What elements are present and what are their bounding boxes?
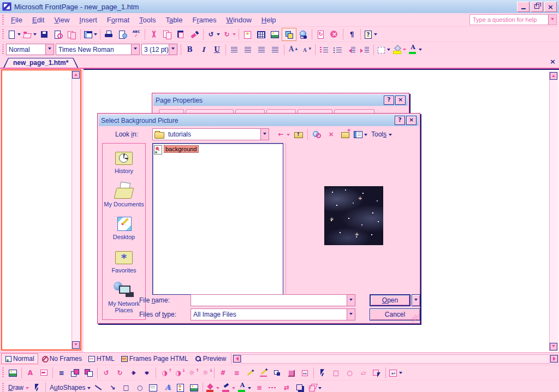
circular-hotspot-button[interactable]: ○ [343,367,356,379]
dialog-title-bar[interactable]: Select Background Picture ? × [99,115,419,126]
web-component-button[interactable] [241,28,254,40]
decrease-font-size-button[interactable] [300,44,313,56]
autoshapes-menu-dropdown[interactable] [87,387,91,391]
copy-button[interactable] [160,28,174,40]
menu-tools[interactable]: Tools [134,14,160,26]
arrow-style-button[interactable]: ⇄ [280,382,293,392]
more-contrast-button[interactable]: ◑↑ [158,367,171,379]
hyperlink-button[interactable] [296,28,310,40]
position-absolutely-button[interactable]: ≡ [55,367,68,379]
up-one-level-button[interactable] [292,129,305,140]
restore-button[interactable] [388,367,403,379]
font-size-dropdown[interactable] [169,44,177,55]
3d-style-dropdown[interactable] [318,387,322,391]
search-button[interactable] [51,28,65,40]
dialog-help-button[interactable]: ? [395,116,405,125]
increase-indent-button[interactable] [358,44,372,56]
draw-menu-dropdown[interactable] [26,387,29,391]
format-painter-button[interactable] [188,28,201,40]
menu-edit[interactable]: Edit [27,14,49,26]
drawing-button[interactable] [282,28,296,41]
dash-style-button[interactable] [266,382,280,392]
dialog-close-button[interactable]: × [395,96,406,105]
view-tab-preview[interactable]: Preview [192,354,230,364]
align-right-button[interactable] [255,44,269,56]
scroll-up-button[interactable] [550,72,557,80]
page-tab[interactable]: new_page_1.htm* [3,58,78,68]
views-button[interactable] [353,129,368,140]
place-history[interactable]: History [112,149,135,175]
italic-button[interactable]: I [197,44,210,56]
redo-dropdown[interactable] [233,33,236,37]
auto-thumbnail-button[interactable] [37,367,51,379]
restore-button[interactable] [531,2,543,12]
format-picture-button[interactable] [243,367,257,379]
select-button[interactable] [316,367,329,379]
style-combobox[interactable]: Normal [6,44,54,55]
menu-view[interactable]: View [49,14,74,26]
align-left-button[interactable] [228,44,241,56]
tools-menu-dropdown[interactable] [389,134,392,138]
open-dropdown-button[interactable] [412,294,420,306]
menu-window[interactable]: Window [222,14,257,26]
rotate-right-button[interactable]: ↻ [113,367,127,379]
more-brightness-button[interactable]: ☼↑ [185,367,199,379]
file-list[interactable]: background [152,143,283,295]
insert-table-button[interactable] [254,28,268,40]
font-color-dropdown[interactable] [419,49,422,52]
close-button[interactable]: × [544,2,557,12]
file-name-dropdown[interactable] [347,295,355,306]
rectangular-hotspot-button[interactable]: □ [329,367,343,379]
autoshapes-menu-button[interactable]: AutoShapes [47,382,92,392]
cut-button[interactable] [147,28,160,40]
back-dropdown[interactable] [287,134,290,138]
hscroll-left-button[interactable] [233,355,241,363]
center-button[interactable] [241,44,255,56]
line-style-button[interactable]: ≡ [252,382,266,392]
rectangle-button[interactable]: □ [119,382,133,392]
folder-list-scrollbar[interactable] [72,70,80,349]
menu-help[interactable]: Help [257,14,281,26]
create-new-folder-button[interactable] [338,129,352,140]
line-button[interactable] [92,382,105,392]
view-tab-normal[interactable]: Normal [1,353,38,364]
place-desktop[interactable]: Desktop [112,215,135,241]
numbering-button[interactable] [317,44,331,56]
question-help-combobox[interactable]: Type a question for help [469,14,557,25]
new-page-dropdown[interactable] [17,33,21,37]
fill-color-button[interactable] [205,382,221,392]
paste-button[interactable] [174,28,188,40]
highlight-dropdown[interactable] [403,49,406,52]
menu-table[interactable]: Table [160,14,187,26]
text-button[interactable]: A [23,367,37,379]
files-of-type-dropdown[interactable] [347,309,355,320]
rotate-left-button[interactable]: ↺ [99,367,113,379]
horizontal-scrollbar-track[interactable] [241,354,550,364]
color-button[interactable] [271,367,284,379]
place-my-documents[interactable]: My Documents [104,182,144,208]
oval-button[interactable]: ○ [133,382,146,392]
dialog-help-button[interactable]: ? [384,96,394,105]
borders-button[interactable] [376,44,391,56]
bold-button[interactable]: B [183,44,197,56]
toolbar-grip[interactable] [2,367,4,378]
spelling-button[interactable] [129,28,143,40]
draw-menu-button[interactable]: Draw [6,382,30,392]
font-size-combobox[interactable]: 3 (12 pt) [141,44,177,55]
document-scrollbar[interactable] [549,72,558,351]
preview-in-browser-button[interactable] [116,28,129,40]
toggle-pane-button[interactable] [82,28,98,40]
flip-vertical-button[interactable] [140,367,154,379]
insert-wordart-button[interactable] [160,382,174,392]
view-tab-no-frames[interactable]: No Frames [38,354,85,364]
scroll-up-button[interactable] [72,71,80,79]
borders-dropdown[interactable] [387,49,390,52]
stop-button[interactable] [328,28,341,40]
scroll-down-button[interactable] [550,343,557,351]
tools-menu-button[interactable]: Tools [369,129,393,140]
resize-grip[interactable] [412,315,419,322]
increase-font-size-button[interactable] [286,44,300,56]
style-dropdown[interactable] [45,44,53,55]
text-box-button[interactable] [146,382,160,392]
undo-button[interactable]: ↺ [205,28,221,40]
